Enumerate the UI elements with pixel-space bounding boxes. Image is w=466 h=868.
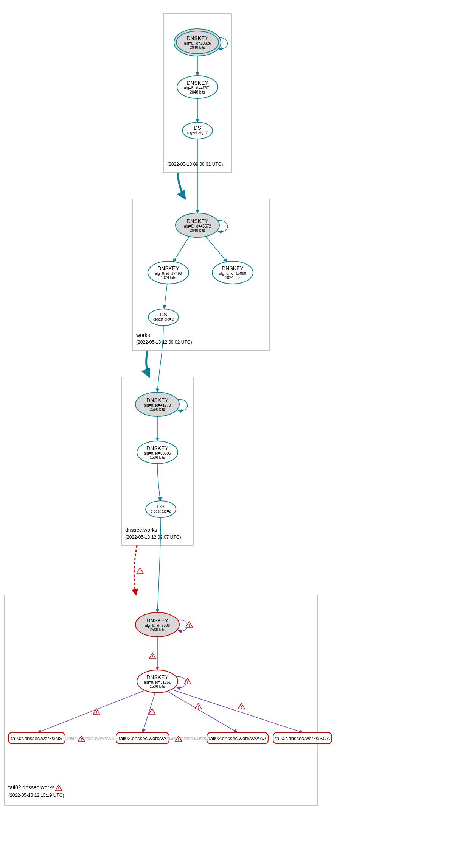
rrset-ns[interactable]: fail02.dnssec.works/NS (8, 732, 65, 744)
svg-text:DNSKEY: DNSKEY (186, 35, 208, 41)
svg-text:!: ! (178, 737, 179, 742)
warning-icon: ! (238, 703, 245, 709)
svg-text:DS: DS (160, 312, 167, 318)
zone-root-ts: (2022-05-13 09:06:31 UTC) (167, 162, 223, 167)
warning-icon: ! (55, 785, 62, 791)
edge-fail-zsk-soa (172, 690, 303, 732)
svg-text:2560 bits: 2560 bits (150, 407, 165, 411)
warning-icon: ! (195, 703, 202, 709)
svg-text:!: ! (151, 710, 153, 715)
svg-text:alg=8, id=63306: alg=8, id=63306 (144, 451, 171, 455)
node-root-dnskey-zsk[interactable]: DNSKEY alg=8, id=47671 2048 bits (177, 76, 218, 98)
node-works-ds[interactable]: DS digest alg=2 (148, 309, 179, 326)
ghost-a: fail02.dnssec.works/A (166, 736, 210, 741)
svg-text:fail02.dnssec.works/SOA: fail02.dnssec.works/SOA (275, 736, 330, 741)
svg-text:digest alg=2: digest alg=2 (153, 317, 174, 321)
edge-dnssec-zsk-ds (157, 464, 160, 501)
edge-works-ksk-zsk1 (173, 237, 189, 262)
node-works-dnskey-zsk1[interactable]: DNSKEY alg=8, id=17496 1024 bits (148, 261, 189, 284)
svg-text:!: ! (81, 737, 82, 742)
svg-text:!: ! (58, 787, 59, 791)
svg-text:!: ! (96, 710, 97, 715)
zone-dnssec-ts: (2022-05-13 12:09:07 UTC) (125, 535, 181, 540)
edge-works-ds-dnssec-ksk (157, 326, 163, 392)
node-works-dnskey-zsk2[interactable]: DNSKEY alg=8, id=15060 1024 bits (212, 261, 253, 284)
edge-dnssec-ds-fail-ksk (157, 517, 161, 612)
node-root-ds[interactable]: DS digest alg=2 (182, 122, 213, 139)
svg-text:!: ! (152, 655, 153, 659)
rrset-a[interactable]: fail02.dnssec.works/A (116, 732, 169, 744)
svg-text:DNSKEY: DNSKEY (146, 617, 168, 623)
svg-text:1536 bits: 1536 bits (150, 684, 165, 689)
svg-text:DNSKEY: DNSKEY (146, 397, 168, 403)
edge-works-zsk1-ds (164, 284, 167, 309)
node-dnssec-ds[interactable]: DS digest alg=2 (146, 501, 176, 517)
svg-text:!: ! (197, 705, 199, 709)
svg-text:!: ! (188, 623, 190, 628)
svg-text:fail02.dnssec.works/A: fail02.dnssec.works/A (119, 736, 166, 741)
warning-icon: ! (184, 678, 191, 684)
svg-text:fail02.dnssec.works/AAAA: fail02.dnssec.works/AAAA (209, 736, 266, 741)
svg-text:1024 bits: 1024 bits (225, 276, 241, 280)
rrset-soa[interactable]: fail02.dnssec.works/SOA (273, 732, 332, 744)
edge-fail-zsk-ns (38, 691, 144, 732)
svg-text:alg=8, id=15060: alg=8, id=15060 (219, 271, 246, 276)
svg-text:2048 bits: 2048 bits (190, 228, 205, 232)
node-works-dnskey-ksk[interactable]: DNSKEY alg=8, id=46672 2048 bits (176, 213, 219, 237)
warning-icon: ! (93, 709, 100, 715)
svg-text:alg=8, id=41779: alg=8, id=41779 (144, 403, 171, 407)
svg-text:DNSKEY: DNSKEY (157, 265, 179, 271)
edge-dnssec-fail-deleg-broken (134, 545, 137, 595)
zone-fail-name: fail02.dnssec.works (8, 784, 54, 790)
edge-fail-zsk-aaaa (166, 691, 238, 732)
node-dnssec-dnskey-ksk[interactable]: DNSKEY alg=8, id=41779 2560 bits (135, 392, 179, 416)
svg-text:fail02.dnssec.works/NS: fail02.dnssec.works/NS (11, 736, 62, 741)
svg-text:2048 bits: 2048 bits (190, 45, 205, 50)
node-fail-dnskey-ksk[interactable]: DNSKEY alg=8, id=2536 2560 bits (135, 612, 179, 637)
svg-text:alg=8, id=46672: alg=8, id=46672 (184, 224, 211, 228)
svg-text:DNSKEY: DNSKEY (186, 218, 208, 224)
svg-text:2560 bits: 2560 bits (150, 628, 165, 632)
zone-dnssec-name: dnssec.works (125, 527, 157, 533)
node-dnssec-dnskey-zsk[interactable]: DNSKEY alg=8, id=63306 1536 bits (137, 441, 178, 464)
svg-text:alg=8, id=20326: alg=8, id=20326 (184, 41, 211, 45)
svg-text:DNSKEY: DNSKEY (222, 265, 244, 271)
svg-text:DS: DS (157, 503, 164, 510)
rrset-aaaa[interactable]: fail02.dnssec.works/AAAA (207, 732, 268, 744)
svg-text:!: ! (241, 705, 242, 709)
node-root-dnskey-ksk[interactable]: DNSKEY alg=8, id=20326 2048 bits (174, 29, 221, 56)
svg-text:digest alg=2: digest alg=2 (187, 131, 208, 135)
warning-icon: ! (149, 653, 156, 659)
edge-root-works-deleg (178, 173, 185, 199)
svg-text:alg=8, id=47671: alg=8, id=47671 (184, 86, 211, 90)
warning-icon: ! (137, 568, 143, 574)
svg-text:DNSKEY: DNSKEY (146, 445, 168, 451)
zone-works-ts: (2022-05-13 12:09:02 UTC) (136, 340, 192, 345)
svg-text:1024 bits: 1024 bits (161, 276, 176, 280)
svg-text:!: ! (139, 569, 141, 574)
svg-text:alg=8, id=31251: alg=8, id=31251 (144, 680, 171, 684)
svg-text:DNSKEY: DNSKEY (146, 674, 168, 680)
edge-works-dnssec-deleg (146, 351, 149, 377)
svg-text:2048 bits: 2048 bits (190, 90, 205, 94)
svg-text:!: ! (187, 680, 188, 684)
warning-icon: ! (186, 622, 193, 628)
svg-text:DS: DS (194, 125, 201, 131)
zone-works-name: works (136, 332, 150, 338)
edge-works-ksk-zsk2 (206, 237, 227, 262)
svg-text:1536 bits: 1536 bits (150, 455, 165, 460)
ghost-ns: fail02.dnssec.works/NS (67, 736, 115, 741)
node-fail-dnskey-zsk[interactable]: DNSKEY alg=8, id=31251 1536 bits (137, 670, 178, 693)
zone-fail-ts: (2022-05-13 12:13:19 UTC) (8, 793, 64, 798)
svg-text:alg=8, id=2536: alg=8, id=2536 (145, 623, 170, 628)
zone-root-name: . (167, 154, 169, 160)
svg-text:digest alg=2: digest alg=2 (151, 509, 171, 513)
svg-text:alg=8, id=17496: alg=8, id=17496 (155, 271, 182, 276)
svg-text:DNSKEY: DNSKEY (186, 80, 208, 86)
